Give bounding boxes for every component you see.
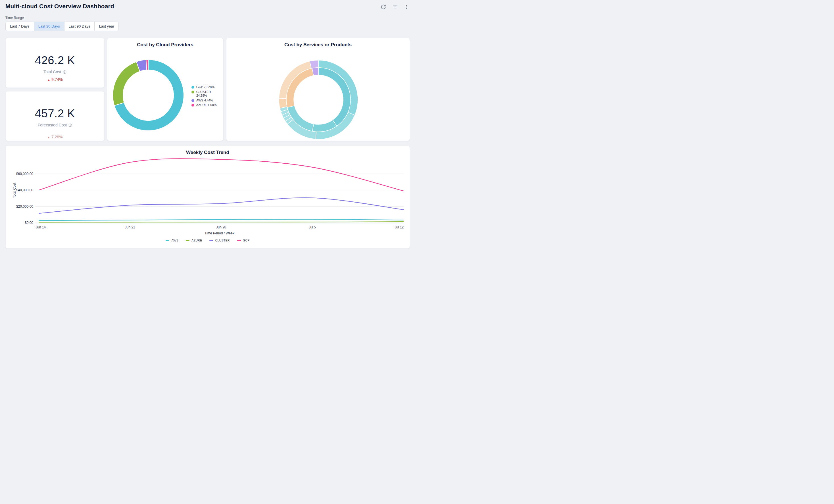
- legend-item-gcp[interactable]: GCP 70.28%: [192, 85, 220, 89]
- cost-by-services-card: Cost by Services or Products: [226, 38, 410, 141]
- info-icon[interactable]: [68, 123, 72, 127]
- trend-line-cluster[interactable]: [39, 198, 403, 213]
- legend-item-cluster[interactable]: CLUSTER 24.28%: [192, 90, 220, 98]
- info-icon[interactable]: [63, 70, 66, 74]
- time-range-option-last-90-days[interactable]: Last 90 Days: [65, 22, 95, 31]
- x-tick-label: Jul 12: [395, 225, 404, 229]
- legend-swatch-icon: [237, 240, 241, 241]
- y-tick-label: $0.00: [25, 221, 33, 225]
- forecasted-cost-value: 457.2 K: [6, 107, 104, 120]
- time-range-option-last-year[interactable]: Last year: [94, 22, 118, 31]
- weekly-cost-trend-chart[interactable]: $0.00$20,000.00$40,000.00$60,000.00Jun 1…: [6, 146, 410, 249]
- sunburst-chart-title: Cost by Services or Products: [226, 42, 410, 48]
- up-triangle-icon: ▲: [47, 135, 50, 139]
- legend-dot-icon: [192, 104, 194, 107]
- up-triangle-icon: ▲: [47, 78, 50, 82]
- time-range-option-last-7-days[interactable]: Last 7 Days: [6, 22, 34, 31]
- forecasted-cost-label: Forecasted Cost: [38, 123, 67, 127]
- sunburst-outer-segment-11[interactable]: [310, 60, 319, 68]
- x-tick-label: Jun 21: [125, 225, 135, 229]
- dashboard-page: Multi-cloud Cost Overview Dashboard: [0, 0, 417, 252]
- legend-dot-icon: [192, 99, 194, 102]
- legend-label: CLUSTER: [215, 239, 229, 242]
- time-range-segmented-control: Last 7 DaysLast 30 DaysLast 90 DaysLast …: [5, 22, 119, 31]
- refresh-icon: [381, 4, 386, 10]
- trend-line-aws[interactable]: [39, 219, 403, 220]
- time-range-label: Time Range: [5, 16, 24, 20]
- trend-legend-item-azure[interactable]: AZURE: [186, 239, 202, 242]
- trend-line-gcp[interactable]: [39, 158, 403, 191]
- page-title: Multi-cloud Cost Overview Dashboard: [5, 3, 410, 10]
- donut-slice-azure[interactable]: [146, 60, 148, 70]
- trend-legend-item-gcp[interactable]: GCP: [237, 239, 250, 242]
- total-cost-delta: ▲9.74%: [6, 77, 104, 82]
- forecasted-cost-kpi-card: 457.2 K Forecasted Cost ▲7.28%: [5, 91, 105, 141]
- refresh-button[interactable]: [380, 3, 387, 10]
- legend-label: CLUSTER 24.28%: [196, 90, 220, 98]
- services-sunburst-chart[interactable]: [226, 38, 410, 141]
- y-tick-label: $40,000.00: [16, 188, 33, 192]
- legend-dot-icon: [192, 86, 194, 89]
- legend-label: AZURE 1.00%: [196, 103, 217, 107]
- legend-label: GCP 70.28%: [196, 85, 215, 89]
- donut-legend: GCP 70.28%CLUSTER 24.28%AWS 4.44%AZURE 1…: [192, 85, 220, 107]
- x-tick-label: Jun 28: [216, 225, 226, 229]
- legend-dot-icon: [192, 91, 194, 93]
- x-axis-title: Time Period / Week: [204, 231, 235, 235]
- legend-label: AWS 4.44%: [196, 98, 213, 103]
- sunburst-outer-segment-9[interactable]: [279, 98, 287, 108]
- trend-legend-item-cluster[interactable]: CLUSTER: [210, 239, 229, 242]
- forecasted-cost-delta: ▲7.28%: [6, 135, 104, 139]
- x-tick-label: Jun 14: [36, 225, 46, 229]
- legend-swatch-icon: [166, 240, 169, 241]
- y-tick-label: $20,000.00: [16, 204, 33, 209]
- donut-chart-title: Cost by Cloud Providers: [107, 42, 223, 48]
- filter-button[interactable]: [391, 3, 398, 10]
- trend-legend-item-aws[interactable]: AWS: [166, 239, 178, 242]
- legend-swatch-icon: [186, 240, 190, 241]
- legend-item-aws[interactable]: AWS 4.44%: [192, 98, 220, 103]
- header: Multi-cloud Cost Overview Dashboard: [5, 3, 410, 12]
- legend-item-azure[interactable]: AZURE 1.00%: [192, 103, 220, 107]
- weekly-cost-trend-card: Weekly Cost Trend Total Cost $0.00$20,00…: [5, 146, 410, 248]
- filter-icon: [392, 4, 398, 10]
- total-cost-label: Total Cost: [43, 70, 61, 74]
- legend-label: GCP: [243, 239, 250, 242]
- header-actions: [380, 3, 410, 10]
- x-tick-label: Jul 5: [309, 225, 316, 229]
- donut-slice-cluster[interactable]: [113, 62, 140, 105]
- total-cost-value: 426.2 K: [6, 54, 104, 67]
- kebab-menu-icon: [404, 4, 409, 10]
- legend-label: AZURE: [192, 239, 202, 242]
- legend-swatch-icon: [210, 240, 213, 241]
- time-range-option-last-30-days[interactable]: Last 30 Days: [34, 22, 65, 31]
- cost-by-cloud-providers-card: Cost by Cloud Providers GCP 70.28%CLUSTE…: [107, 38, 223, 141]
- legend-label: AWS: [171, 239, 178, 242]
- trend-line-azure[interactable]: [39, 222, 403, 222]
- forecasted-cost-label-row: Forecasted Cost: [6, 123, 104, 127]
- more-options-button[interactable]: [403, 3, 410, 10]
- y-tick-label: $60,000.00: [16, 172, 33, 176]
- total-cost-label-row: Total Cost: [6, 70, 104, 74]
- total-cost-kpi-card: 426.2 K Total Cost ▲9.74%: [5, 38, 105, 88]
- trend-legend: AWSAZURECLUSTERGCP: [6, 239, 410, 242]
